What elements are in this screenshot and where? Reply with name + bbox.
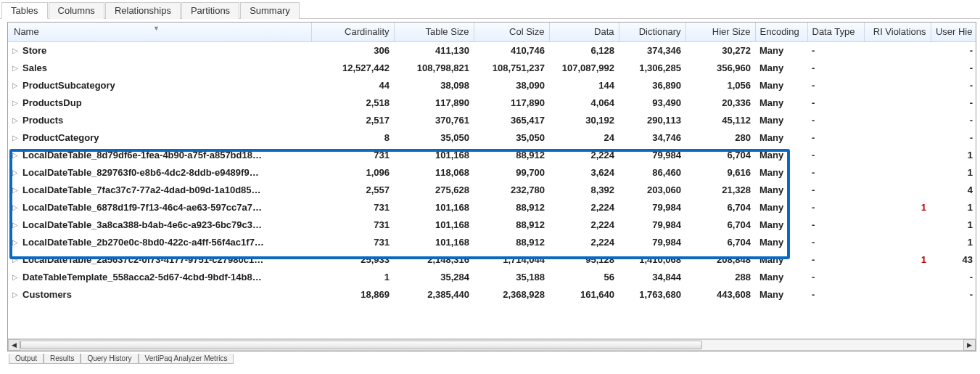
cell-hierSize: 9,616 [685,163,755,181]
scroll-left-button[interactable]: ◀ [8,339,20,351]
expand-icon[interactable]: ▷ [12,99,20,107]
cell-ri-violations [864,59,931,76]
table-row[interactable]: ▷LocalDateTable_829763f0-e8b6-4dc2-8ddb-… [8,163,976,181]
cell-encoding: Many [755,76,807,94]
name-cell[interactable]: ▷LocalDateTable_2a5637c2-0f73-4177-9751-… [8,251,311,268]
tab-tables[interactable]: Tables [1,2,48,19]
name-cell[interactable]: ▷LocalDateTable_2b270e0c-8bd0-422c-a4ff-… [8,233,311,251]
cell-hierSize: 21,328 [685,181,755,198]
name-cell[interactable]: ▷LocalDateTable_7fac37c7-77a2-4dad-b09d-… [8,181,311,198]
col-header-dictionary[interactable]: Dictionary [619,23,685,41]
table-row[interactable]: ▷LocalDateTable_2a5637c2-0f73-4177-9751-… [8,251,976,268]
header-row: Name▼CardinalityTable SizeCol SizeDataDi… [8,23,976,41]
expand-icon[interactable]: ▷ [12,64,20,72]
expand-icon[interactable]: ▷ [12,151,20,159]
expand-icon[interactable]: ▷ [12,116,20,124]
cell-colSize: 232,780 [474,181,549,198]
col-header-user-hie[interactable]: User Hie [931,23,976,41]
name-cell[interactable]: ▷Products [8,111,311,129]
tab-relationships[interactable]: Relationships [105,2,181,19]
name-cell[interactable]: ▷LocalDateTable_3a8ca388-b4ab-4e6c-a923-… [8,216,311,233]
col-header-data[interactable]: Data [549,23,619,41]
expand-icon[interactable]: ▷ [12,186,20,194]
col-header-ri-violations[interactable]: RI Violations [864,23,931,41]
name-cell[interactable]: ▷ProductsDup [8,94,311,111]
tab-summary[interactable]: Summary [240,2,300,19]
table-row[interactable]: ▷Customers18,8692,385,4402,368,928161,64… [8,285,976,303]
bottom-tab-results[interactable]: Results [44,354,81,364]
expand-icon[interactable]: ▷ [12,256,20,264]
tab-columns[interactable]: Columns [49,2,104,19]
cell-datatype: - [807,76,864,94]
cell-user-hie: - [931,285,976,303]
tab-partitions[interactable]: Partitions [181,2,239,19]
cell-colSize: 365,417 [474,111,549,129]
col-header-col-size[interactable]: Col Size [474,23,549,41]
name-cell[interactable]: ▷LocalDateTable_829763f0-e8b6-4dc2-8ddb-… [8,163,311,181]
expand-icon[interactable]: ▷ [12,203,20,211]
table-row[interactable]: ▷ProductSubcategory4438,09838,09014436,8… [8,76,976,94]
name-cell[interactable]: ▷DateTableTemplate_558acca2-5d67-4cbd-9b… [8,268,311,285]
expand-icon[interactable]: ▷ [12,290,20,298]
scroll-thumb[interactable] [20,341,702,349]
grid-panel: Name▼CardinalityTable SizeCol SizeDataDi… [7,22,976,351]
col-header-data-type[interactable]: Data Type [807,23,864,41]
table-row[interactable]: ▷DateTableTemplate_558acca2-5d67-4cbd-9b… [8,268,976,285]
bottom-tab-query-history[interactable]: Query History [81,354,138,364]
expand-icon[interactable]: ▷ [12,46,20,54]
table-row[interactable]: ▷Store306411,130410,7466,128374,34630,27… [8,41,976,59]
expand-icon[interactable]: ▷ [12,81,20,89]
expand-icon[interactable]: ▷ [12,221,20,229]
expand-icon[interactable]: ▷ [12,134,20,142]
cell-dictionary: 34,844 [619,268,685,285]
table-row[interactable]: ▷LocalDateTable_3a8ca388-b4ab-4e6c-a923-… [8,216,976,233]
table-row[interactable]: ▷LocalDateTable_2b270e0c-8bd0-422c-a4ff-… [8,233,976,251]
cell-user-hie: 1 [931,198,976,216]
cell-data: 56 [549,268,619,285]
cell-colSize: 2,368,928 [474,285,549,303]
cell-encoding: Many [755,129,807,146]
col-header-hier-size[interactable]: Hier Size [685,23,755,41]
bottom-tab-vertipaq-analyzer-metrics[interactable]: VertiPaq Analyzer Metrics [139,354,234,364]
cell-colSize: 108,751,237 [474,59,549,76]
cell-cardinality: 731 [311,198,394,216]
name-cell[interactable]: ▷LocalDateTable_8d79df6e-1fea-4b90-a75f-… [8,146,311,163]
table-row[interactable]: ▷LocalDateTable_8d79df6e-1fea-4b90-a75f-… [8,146,976,163]
cell-dictionary: 203,060 [619,181,685,198]
cell-ri-violations [864,94,931,111]
col-header-encoding[interactable]: Encoding [755,23,807,41]
expand-icon[interactable]: ▷ [12,273,20,281]
cell-dictionary: 79,984 [619,146,685,163]
expand-icon[interactable]: ▷ [12,238,20,246]
name-cell[interactable]: ▷Sales [8,59,311,76]
name-cell[interactable]: ▷Customers [8,285,311,303]
expand-icon[interactable]: ▷ [12,168,20,176]
cell-hierSize: 443,608 [685,285,755,303]
col-header-table-size[interactable]: Table Size [394,23,474,41]
name-cell[interactable]: ▷ProductSubcategory [8,76,311,94]
scroll-track[interactable] [20,339,963,351]
cell-colSize: 35,050 [474,129,549,146]
horizontal-scrollbar[interactable]: ◀ ▶ [8,338,976,351]
table-row[interactable]: ▷LocalDateTable_7fac37c7-77a2-4dad-b09d-… [8,181,976,198]
scroll-right-button[interactable]: ▶ [963,339,976,351]
name-cell[interactable]: ▷LocalDateTable_6878d1f9-7f13-46c4-ae63-… [8,198,311,216]
cell-data: 24 [549,129,619,146]
name-cell[interactable]: ▷ProductCategory [8,129,311,146]
table-row[interactable]: ▷ProductCategory835,05035,0502434,746280… [8,129,976,146]
table-row[interactable]: ▷Products2,517370,761365,41730,192290,11… [8,111,976,129]
table-row[interactable]: ▷Sales12,527,442108,798,821108,751,23710… [8,59,976,76]
cell-dictionary: 79,984 [619,198,685,216]
col-header-cardinality[interactable]: Cardinality [311,23,394,41]
cell-ri-violations [864,233,931,251]
cell-tableSize: 370,761 [394,111,474,129]
cell-encoding: Many [755,59,807,76]
cell-cardinality: 731 [311,216,394,233]
name-cell[interactable]: ▷Store [8,41,311,59]
bottom-tab-output[interactable]: Output [9,354,44,364]
col-header-name[interactable]: Name▼ [8,23,311,41]
cell-user-hie: 1 [931,163,976,181]
table-row[interactable]: ▷LocalDateTable_6878d1f9-7f13-46c4-ae63-… [8,198,976,216]
cell-cardinality: 731 [311,233,394,251]
table-row[interactable]: ▷ProductsDup2,518117,890117,8904,06493,4… [8,94,976,111]
